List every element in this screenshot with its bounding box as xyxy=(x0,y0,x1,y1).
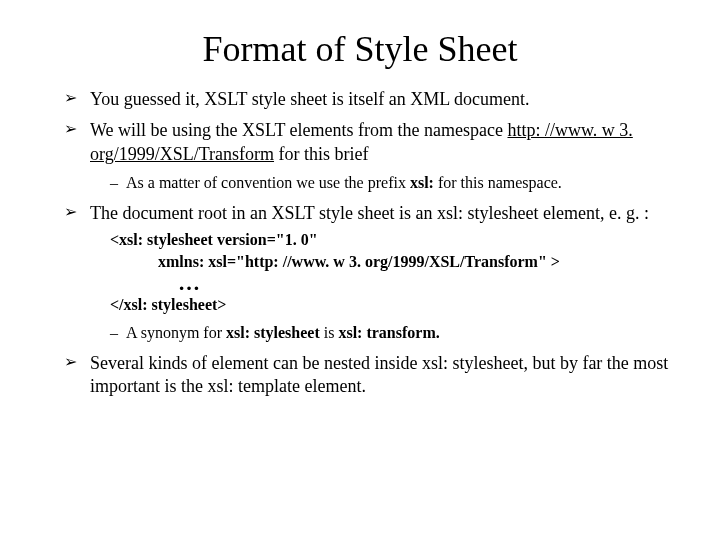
bullet-item: We will be using the XSLT elements from … xyxy=(70,119,672,193)
code-ellipsis: … xyxy=(110,272,672,294)
slide: Format of Style Sheet You guessed it, XS… xyxy=(0,0,720,540)
bullet-item: You guessed it, XSLT style sheet is itse… xyxy=(70,88,672,111)
sub-text: is xyxy=(320,324,339,341)
code-line: <xsl: stylesheet version="1. 0" xyxy=(110,229,672,251)
bullet-list: You guessed it, XSLT style sheet is itse… xyxy=(48,88,672,398)
bullet-text: The document root in an XSLT style sheet… xyxy=(90,203,649,223)
code-block: <xsl: stylesheet version="1. 0" xmlns: x… xyxy=(110,229,672,316)
code-line: </xsl: stylesheet> xyxy=(110,294,672,316)
bullet-text: We will be using the XSLT elements from … xyxy=(90,120,507,140)
slide-title: Format of Style Sheet xyxy=(48,28,672,70)
sub-bold: xsl: transform. xyxy=(338,324,439,341)
sub-text: As a matter of convention we use the pre… xyxy=(126,174,410,191)
sub-item: As a matter of convention we use the pre… xyxy=(110,172,672,194)
sub-item: A synonym for xsl: stylesheet is xsl: tr… xyxy=(110,322,672,344)
sub-bold: xsl: xyxy=(410,174,434,191)
code-line: xmlns: xsl="http: //www. w 3. org/1999/X… xyxy=(110,251,672,273)
sub-bold: xsl: stylesheet xyxy=(226,324,320,341)
bullet-text: for this brief xyxy=(274,144,368,164)
sub-text: A synonym for xyxy=(126,324,226,341)
bullet-item: Several kinds of element can be nested i… xyxy=(70,352,672,399)
sub-list: A synonym for xsl: stylesheet is xsl: tr… xyxy=(90,322,672,344)
sub-text: for this namespace. xyxy=(434,174,562,191)
sub-list: As a matter of convention we use the pre… xyxy=(90,172,672,194)
bullet-item: The document root in an XSLT style sheet… xyxy=(70,202,672,344)
bullet-text: Several kinds of element can be nested i… xyxy=(90,353,668,396)
bullet-text: You guessed it, XSLT style sheet is itse… xyxy=(90,89,530,109)
